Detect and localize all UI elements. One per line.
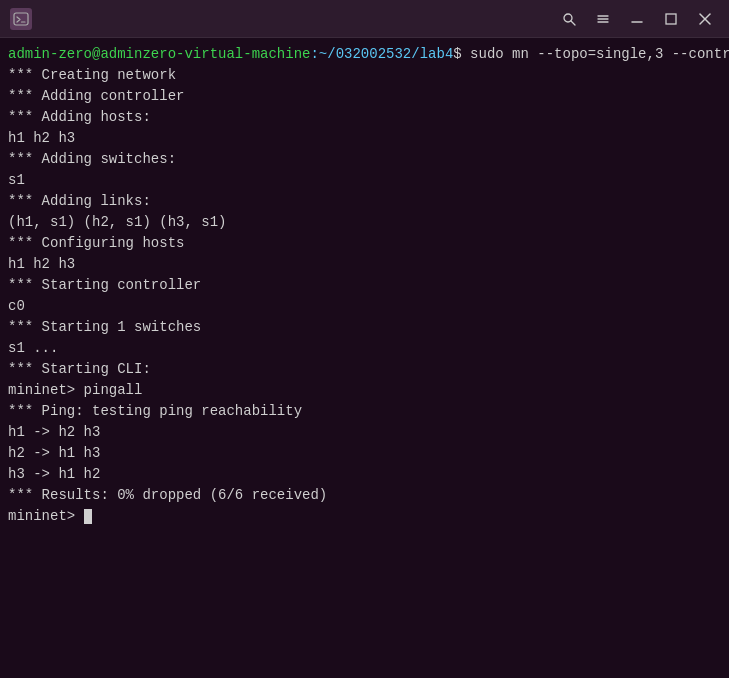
- terminal-line: *** Adding controller: [8, 86, 721, 107]
- cursor: [84, 509, 92, 524]
- terminal-line: *** Adding links:: [8, 191, 721, 212]
- maximize-button[interactable]: [657, 7, 685, 31]
- svg-line-3: [571, 21, 575, 25]
- prompt-path: :~/032002532/lab4: [310, 46, 453, 62]
- terminal-line: *** Ping: testing ping reachability: [8, 401, 721, 422]
- menu-button[interactable]: [589, 7, 617, 31]
- window-controls[interactable]: [555, 7, 719, 31]
- terminal-line: *** Starting controller: [8, 275, 721, 296]
- terminal-line: *** Creating network: [8, 65, 721, 86]
- terminal-icon: [10, 8, 32, 30]
- close-button[interactable]: [691, 7, 719, 31]
- terminal-line: s1: [8, 170, 721, 191]
- title-bar: [0, 0, 729, 38]
- terminal-line: mininet>: [8, 506, 721, 527]
- terminal-line: h1 h2 h3: [8, 254, 721, 275]
- terminal-line: (h1, s1) (h2, s1) (h3, s1): [8, 212, 721, 233]
- prompt-sym: $: [453, 46, 461, 62]
- svg-rect-0: [14, 13, 28, 25]
- svg-rect-8: [666, 14, 676, 24]
- terminal-line: *** Starting 1 switches: [8, 317, 721, 338]
- terminal-line: *** Adding hosts:: [8, 107, 721, 128]
- command-text: sudo mn --topo=single,3 --controller=rem…: [462, 46, 729, 62]
- terminal-line: mininet> pingall: [8, 380, 721, 401]
- terminal-line: *** Starting CLI:: [8, 359, 721, 380]
- terminal-line: s1 ...: [8, 338, 721, 359]
- terminal-line: *** Results: 0% dropped (6/6 received): [8, 485, 721, 506]
- terminal-line: h1 -> h2 h3: [8, 422, 721, 443]
- title-bar-left: [10, 8, 40, 30]
- terminal-area[interactable]: admin-zero@adminzero-virtual-machine:~/0…: [0, 38, 729, 678]
- terminal-line: *** Configuring hosts: [8, 233, 721, 254]
- terminal-line: h1 h2 h3: [8, 128, 721, 149]
- search-button[interactable]: [555, 7, 583, 31]
- prompt-user: admin-zero@adminzero-virtual-machine: [8, 46, 310, 62]
- terminal-line: h2 -> h1 h3: [8, 443, 721, 464]
- terminal-line: h3 -> h1 h2: [8, 464, 721, 485]
- terminal-line: c0: [8, 296, 721, 317]
- terminal-line: *** Adding switches:: [8, 149, 721, 170]
- minimize-button[interactable]: [623, 7, 651, 31]
